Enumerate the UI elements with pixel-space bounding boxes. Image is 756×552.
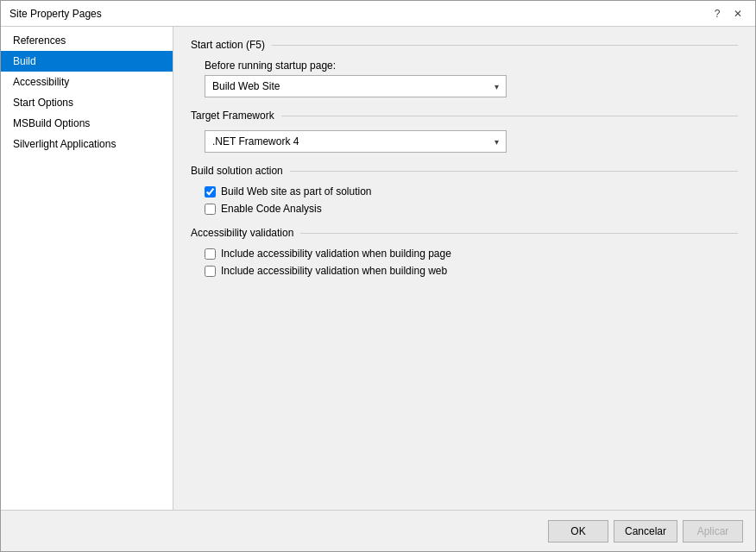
sidebar: References Build Accessibility Start Opt… bbox=[1, 27, 173, 510]
accessibility-web-label: Include accessibility validation when bu… bbox=[221, 265, 447, 277]
target-framework-arrow-icon: ▾ bbox=[495, 137, 499, 147]
enable-code-analysis-checkbox[interactable] bbox=[205, 204, 216, 215]
ok-button[interactable]: OK bbox=[548, 520, 608, 543]
build-web-site-label: Build Web site as part of solution bbox=[221, 185, 372, 198]
enable-code-analysis-label: Enable Code Analysis bbox=[221, 203, 322, 215]
accessibility-page-checkbox[interactable] bbox=[205, 248, 216, 260]
main-panel: Start action (F5) Before running startup… bbox=[173, 27, 755, 510]
sidebar-item-msbuild-options[interactable]: MSBuild Options bbox=[1, 113, 173, 134]
accessibility-validation-group: Include accessibility validation when bu… bbox=[205, 248, 738, 277]
target-framework-value: .NET Framework 4 bbox=[212, 135, 299, 147]
sidebar-item-start-options[interactable]: Start Options bbox=[1, 92, 173, 113]
startup-page-arrow-icon: ▾ bbox=[495, 82, 499, 91]
accessibility-web-checkbox-row[interactable]: Include accessibility validation when bu… bbox=[205, 265, 738, 277]
help-button[interactable]: ? bbox=[709, 5, 726, 22]
build-solution-group: Build Web site as part of solution Enabl… bbox=[205, 185, 738, 215]
sidebar-item-references[interactable]: References bbox=[1, 30, 173, 51]
dialog-footer: OK Cancelar Aplicar bbox=[1, 510, 755, 551]
target-framework-group: .NET Framework 4 ▾ bbox=[205, 130, 738, 153]
sidebar-item-build[interactable]: Build bbox=[1, 51, 173, 72]
cancel-button[interactable]: Cancelar bbox=[614, 520, 677, 543]
dialog-title: Site Property Pages bbox=[9, 8, 102, 20]
sidebar-item-accessibility[interactable]: Accessibility bbox=[1, 72, 173, 92]
startup-page-dropdown[interactable]: Build Web Site ▾ bbox=[205, 75, 507, 97]
build-web-site-checkbox[interactable] bbox=[205, 186, 216, 198]
section-accessibility-validation: Accessibility validation bbox=[191, 227, 738, 239]
accessibility-page-checkbox-row[interactable]: Include accessibility validation when bu… bbox=[205, 248, 738, 260]
build-web-site-checkbox-row[interactable]: Build Web site as part of solution bbox=[205, 185, 738, 198]
apply-button[interactable]: Aplicar bbox=[683, 520, 743, 543]
title-bar: Site Property Pages ? ✕ bbox=[1, 1, 755, 27]
close-button[interactable]: ✕ bbox=[729, 5, 747, 22]
enable-code-analysis-checkbox-row[interactable]: Enable Code Analysis bbox=[205, 203, 738, 215]
section-target-framework: Target Framework bbox=[191, 110, 738, 122]
dialog-container: Site Property Pages ? ✕ References Build… bbox=[0, 0, 756, 552]
dialog-body: References Build Accessibility Start Opt… bbox=[1, 27, 755, 510]
accessibility-web-checkbox[interactable] bbox=[205, 266, 216, 277]
section-start-action: Start action (F5) bbox=[191, 39, 738, 51]
target-framework-dropdown[interactable]: .NET Framework 4 ▾ bbox=[205, 130, 507, 153]
sidebar-item-silverlight-applications[interactable]: Silverlight Applications bbox=[1, 134, 173, 154]
startup-page-value: Build Web Site bbox=[212, 80, 280, 92]
start-action-group: Before running startup page: Build Web S… bbox=[205, 60, 738, 97]
title-bar-controls: ? ✕ bbox=[709, 5, 747, 22]
accessibility-page-label: Include accessibility validation when bu… bbox=[221, 248, 451, 260]
before-running-label: Before running startup page: bbox=[205, 60, 738, 72]
section-build-solution: Build solution action bbox=[191, 165, 738, 177]
